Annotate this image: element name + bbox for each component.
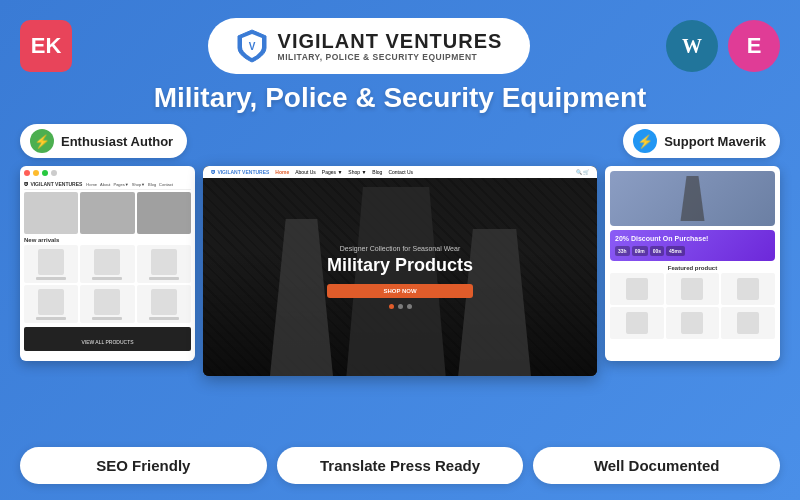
left-product-grid — [24, 245, 191, 323]
screenshots-container: ⛨ VIGILANT VENTURES HomeAboutPages▼Shop▼… — [20, 166, 780, 435]
author-badge-icon: ⚡ — [30, 129, 54, 153]
seo-friendly-badge: SEO Friendly — [20, 447, 267, 484]
wordpress-logo: W — [666, 20, 718, 72]
translate-ready-badge: Translate Press Ready — [277, 447, 524, 484]
support-badge-icon: ⚡ — [633, 129, 657, 153]
right-section-title: Featured product — [610, 265, 775, 271]
right-product-grid — [610, 273, 775, 339]
badge-row: ⚡ Enthusiast Author ⚡ Support Maverik — [20, 124, 780, 158]
shop-now-button[interactable]: SHOP NOW — [327, 284, 473, 298]
svg-text:V: V — [248, 41, 255, 52]
screenshot-left: ⛨ VIGILANT VENTURES HomeAboutPages▼Shop▼… — [20, 166, 195, 361]
support-maverik-badge: ⚡ Support Maverik — [623, 124, 780, 158]
brand-logo-text: VIGILANT VENTURES MILITARY, POLICE & SEC… — [278, 30, 503, 62]
countdown: 33h 09m 00s 45ms — [615, 246, 770, 256]
brand-logo: V VIGILANT VENTURES MILITARY, POLICE & S… — [208, 18, 531, 74]
main-background: EK V VIGILANT VENTURES MILITARY, POLICE … — [0, 0, 800, 500]
hero-dots — [389, 304, 412, 309]
left-section-title: New arrivals — [24, 237, 191, 243]
enthusiast-author-badge: ⚡ Enthusiast Author — [20, 124, 187, 158]
center-nav: ⛨ VIGILANT VENTURES Home About Us Pages … — [203, 166, 597, 178]
feature-row: SEO Friendly Translate Press Ready Well … — [20, 447, 780, 484]
page-title: Military, Police & Security Equipment — [154, 82, 647, 114]
promo-box: 20% Discount On Purchase! 33h 09m 00s 45… — [610, 230, 775, 261]
right-logos: W E — [666, 20, 780, 72]
shield-icon: V — [236, 28, 268, 64]
center-hero: Designer Collection for Seasonal Wear Mi… — [203, 178, 597, 376]
ek-logo: EK — [20, 20, 72, 72]
hero-subtitle: Designer Collection for Seasonal Wear — [327, 245, 473, 252]
well-documented-badge: Well Documented — [533, 447, 780, 484]
screenshot-right: 20% Discount On Purchase! 33h 09m 00s 45… — [605, 166, 780, 361]
hero-title: Military Products — [327, 256, 473, 276]
screenshot-center: ⛨ VIGILANT VENTURES Home About Us Pages … — [203, 166, 597, 376]
elementor-logo: E — [728, 20, 780, 72]
top-bar: EK V VIGILANT VENTURES MILITARY, POLICE … — [20, 18, 780, 74]
